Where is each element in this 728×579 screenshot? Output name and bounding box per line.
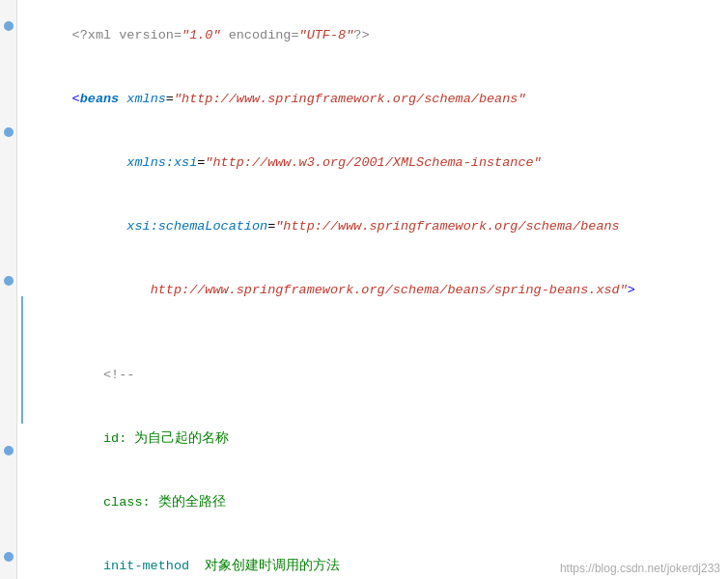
watermark: https://blog.csdn.net/jokerdj233 (560, 562, 720, 575)
line-2: <beans xmlns="http://www.springframework… (25, 68, 720, 131)
line-5: http://www.springframework.org/schema/be… (25, 259, 720, 322)
line-6 (25, 322, 720, 344)
line-4: xsi:schemaLocation="http://www.springfra… (25, 195, 720, 259)
line-3: xmlns:xsi="http://www.w3.org/2001/XMLSch… (25, 131, 720, 195)
code-content: <?xml version="1.0" encoding="UTF-8"?> <… (17, 0, 728, 579)
line-7: <!-- (25, 344, 720, 407)
editor-window: <?xml version="1.0" encoding="UTF-8"?> <… (0, 0, 728, 579)
line-8: id: 为自己起的名称 (25, 407, 720, 471)
line-9: class: 类的全路径 (25, 471, 720, 535)
line-1: <?xml version="1.0" encoding="UTF-8"?> (25, 4, 720, 68)
